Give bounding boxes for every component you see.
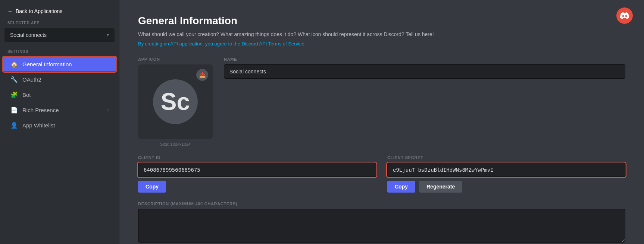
description-input[interactable]: [138, 209, 625, 243]
page-subtitle: What should we call your creation? What …: [138, 31, 625, 37]
description-section: DESCRIPTION (MAXIMUM 400 CHARACTERS): [138, 202, 625, 244]
person-icon: 👤: [10, 122, 18, 129]
sidebar-item-label: Rich Presence: [22, 107, 59, 113]
chevron-down-icon: ▾: [107, 32, 109, 38]
sidebar-item-app-whitelist[interactable]: 👤 App Whitelist: [3, 118, 116, 133]
name-input[interactable]: [224, 64, 625, 79]
sidebar-item-rich-presence[interactable]: 📄 Rich Presence ›: [3, 103, 116, 117]
upload-icon[interactable]: 📤: [196, 69, 208, 81]
app-selector-name: Social connects: [10, 32, 47, 38]
app-icon-name-row: APP ICON Sc 📤 Size: 1024x1024 NAME: [138, 57, 625, 146]
app-icon-circle: Sc: [153, 79, 198, 124]
client-secret-value: e9LjuuT_bsDzuBldIHdWNs8MZwYwPmvI: [387, 163, 625, 177]
client-id-value: 640867899560689675: [138, 163, 376, 177]
sidebar: ← Back to Applications SELECTED APP Soci…: [0, 0, 119, 244]
client-id-btn-row: Copy: [138, 181, 376, 193]
main-content: General Information What should we call …: [119, 0, 644, 244]
app-icon-initials: Sc: [161, 88, 190, 115]
client-secret-field: CLIENT SECRET e9LjuuT_bsDzuBldIHdWNs8MZw…: [387, 155, 625, 193]
sidebar-item-bot[interactable]: 🧩 Bot: [3, 88, 116, 102]
terms-link[interactable]: By creating an API application, you agre…: [138, 41, 625, 47]
puzzle-icon: 🧩: [10, 91, 18, 98]
client-secret-btn-row: Copy Regenerate: [387, 181, 625, 193]
app-icon-box[interactable]: Sc 📤: [138, 64, 213, 139]
settings-label: SETTINGS: [0, 50, 119, 57]
page-title: General Information: [138, 15, 625, 27]
home-icon: 🏠: [10, 61, 18, 68]
sidebar-item-label: Bot: [22, 92, 31, 98]
wrench-icon: 🔧: [10, 76, 18, 83]
sidebar-item-general-information[interactable]: 🏠 General Information: [3, 57, 116, 72]
back-label: Back to Applications: [16, 8, 62, 14]
chevron-right-icon: ›: [107, 108, 109, 113]
regenerate-button[interactable]: Regenerate: [419, 181, 462, 193]
sidebar-item-oauth2[interactable]: 🔧 OAuth2: [3, 72, 116, 87]
sidebar-item-label: General Information: [22, 61, 72, 67]
back-to-applications-link[interactable]: ← Back to Applications: [0, 0, 119, 21]
client-secret-copy-button[interactable]: Copy: [387, 181, 415, 193]
name-section: NAME: [224, 57, 625, 146]
client-id-label: CLIENT ID: [138, 155, 376, 160]
app-selector[interactable]: Social connects ▾: [4, 28, 115, 42]
app-icon-section: APP ICON Sc 📤 Size: 1024x1024: [138, 57, 213, 146]
client-id-copy-button[interactable]: Copy: [138, 181, 166, 193]
back-arrow-icon: ←: [7, 8, 13, 14]
app-icon-label: APP ICON: [138, 57, 213, 61]
client-id-field: CLIENT ID 640867899560689675 Copy: [138, 155, 376, 193]
name-label: NAME: [224, 57, 625, 61]
icon-size-label: Size: 1024x1024: [138, 142, 213, 146]
sidebar-item-label: OAuth2: [22, 76, 41, 83]
discord-icon[interactable]: [616, 7, 633, 24]
client-secret-label: CLIENT SECRET: [387, 155, 625, 160]
credentials-row: CLIENT ID 640867899560689675 Copy CLIENT…: [138, 155, 625, 193]
selected-app-label: SELECTED APP: [0, 21, 119, 28]
sidebar-item-label: App Whitelist: [22, 122, 55, 129]
document-icon: 📄: [10, 107, 18, 114]
description-label: DESCRIPTION (MAXIMUM 400 CHARACTERS): [138, 202, 625, 206]
